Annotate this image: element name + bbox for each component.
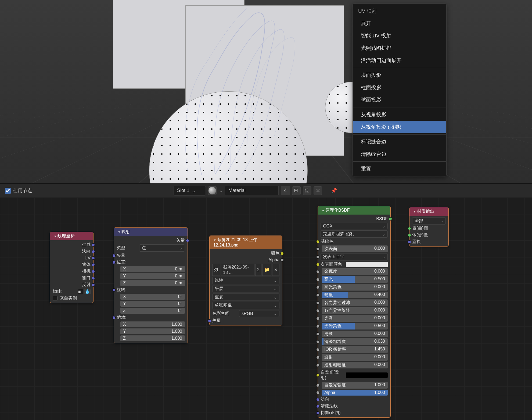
node-image-texture[interactable]: 截屏2021-09-13 上午12.24.13.png 颜色 Alpha 🖼 截… [209, 236, 282, 325]
node-title[interactable]: 原理化BSDF [318, 206, 390, 215]
eyedropper-button[interactable]: 💧 [84, 289, 91, 294]
material-preview-button[interactable] [208, 186, 217, 195]
xyz-field[interactable]: Z0 m [120, 280, 185, 286]
prop-slider[interactable]: 高光0.500 [322, 276, 388, 283]
menu-item[interactable]: 从视角投影 (限界) [353, 121, 446, 133]
prop-select[interactable]: 次表面半径 [321, 253, 388, 260]
from-instancer-checkbox[interactable] [53, 296, 57, 301]
prop-slider[interactable]: 透射0.000 [322, 354, 388, 361]
prop-slider[interactable]: 光泽染色0.500 [322, 323, 388, 330]
node-texture-coordinate[interactable]: 纹理坐标 生成法向UV物体相机窗口反射物体:■💧来自实例 [50, 232, 94, 303]
menu-separator [353, 161, 446, 162]
xyz-field[interactable]: Z0° [120, 308, 185, 314]
input-透射: 透射0.000 [318, 353, 390, 361]
input-自发光强度: 自发光强度1.000 [318, 381, 390, 389]
menu-item[interactable]: 重置 [353, 163, 446, 175]
prop-slider[interactable]: 各向异性过滤0.000 [322, 299, 388, 306]
menu-item[interactable]: 柱面投影 [353, 81, 446, 94]
menu-item[interactable]: 光照贴图拼排 [353, 42, 446, 54]
viewport-3d[interactable] [0, 0, 532, 183]
node-editor[interactable]: 纹理坐标 生成法向UV物体相机窗口反射物体:■💧来自实例 映射 矢量 类型:点 … [0, 197, 532, 420]
xyz-field[interactable]: X0° [120, 294, 185, 300]
xyz-field[interactable]: X1.000 [120, 321, 185, 327]
output-反射: 反射 [50, 281, 93, 288]
xyz-field[interactable]: Y1.000 [120, 328, 185, 334]
type-label: 类型: [117, 245, 126, 251]
output-相机: 相机 [50, 268, 93, 275]
material-users[interactable]: 4 [281, 186, 290, 195]
xyz-field[interactable]: Y0° [120, 301, 185, 307]
prop-slider[interactable]: IOR 折射率1.450 [322, 346, 388, 353]
prop-slider[interactable]: 次表面0.000 [322, 245, 388, 252]
source-select[interactable]: 单张图像 [212, 302, 279, 309]
xyz-field[interactable]: Y0 m [120, 273, 185, 279]
node-title[interactable]: 材质输出 [409, 207, 448, 216]
menu-item[interactable]: 从视角投影 [353, 108, 446, 121]
shader-editor-header: 使用节点 Slot 1⌄ ⌄ Material 4 ⛨ ⿻ ✕ 📌 [0, 183, 532, 197]
material-name-field[interactable]: Material [225, 186, 279, 195]
color-swatch[interactable] [346, 262, 388, 267]
menu-item[interactable]: 块面投影 [353, 69, 446, 81]
node-title[interactable]: 纹理坐标 [50, 232, 93, 240]
xyz-field[interactable]: X0 m [120, 266, 185, 272]
output-物体: 物体 [50, 261, 93, 268]
uv-mapping-menu: UV 映射 展开智能 UV 投射光照贴图拼排沿活动四边面展开块面投影柱面投影球面… [353, 3, 447, 176]
input-次表面颜色: 次表面颜色 [318, 261, 390, 268]
prop-slider[interactable]: 金属度0.000 [322, 268, 388, 275]
xyz-field[interactable]: Z1.000 [120, 335, 185, 341]
pin-button[interactable]: 📌 [330, 186, 338, 195]
prop-slider[interactable]: 透射粗糙度0.000 [322, 362, 388, 368]
colorspace-label: 色彩空间 [212, 311, 229, 316]
color-swatch[interactable] [346, 372, 388, 378]
smoke-effect [161, 0, 328, 175]
mapping-type-select[interactable]: 点 [139, 244, 185, 252]
input-表(曲)面: 表(曲)面 [409, 225, 448, 232]
menu-item[interactable]: 球面投影 [353, 94, 446, 106]
interpolation-select[interactable]: 线性 [212, 277, 279, 284]
prop-slider[interactable]: 光泽0.000 [322, 315, 388, 322]
use-nodes-input[interactable] [5, 188, 11, 194]
menu-item[interactable]: 清除缝合边 [353, 148, 446, 160]
prop-slider[interactable]: Alpha1.000 [322, 390, 388, 396]
prop-slider[interactable]: 糙度0.400 [322, 292, 388, 298]
input-高光: 高光0.500 [318, 276, 390, 283]
image-browser[interactable]: 🖼 截屏2021-09-13 ... 2 📁 ✕ [212, 264, 279, 276]
input-scale: 缩放: [114, 314, 188, 321]
extension-select[interactable]: 重复 [212, 294, 279, 301]
menu-item[interactable]: 智能 UV 投射 [353, 30, 446, 42]
menu-item[interactable]: 沿活动四边面展开 [353, 54, 446, 67]
slot-label: Slot 1 [177, 188, 189, 193]
prop-slider[interactable]: 自发光强度1.000 [322, 382, 388, 389]
input-光泽染色: 光泽染色0.500 [318, 322, 390, 330]
input-vector: 矢量 [114, 252, 188, 259]
input-基础色: 基础色 [318, 238, 390, 245]
output-UV: UV [50, 255, 93, 261]
input-高光染色: 高光染色0.000 [318, 283, 390, 291]
unlink-button[interactable]: ✕ [314, 186, 322, 195]
new-material-button[interactable]: ⿻ [303, 186, 311, 195]
prop-slider[interactable]: 各向异性旋转0.000 [322, 307, 388, 314]
node-title[interactable]: 映射 [114, 228, 188, 236]
output-法向: 法向 [50, 248, 93, 255]
sss-method-select[interactable]: 克里斯坦森-伯利 [321, 230, 388, 238]
use-nodes-checkbox[interactable]: 使用节点 [3, 186, 34, 195]
node-mapping[interactable]: 映射 矢量 类型:点 矢量 位置: X0 mY0 mZ0 m 旋转: X0°Y0… [114, 227, 188, 343]
slot-dropdown[interactable]: Slot 1⌄ [174, 186, 206, 195]
distribution-select[interactable]: GGX [321, 223, 388, 229]
node-title[interactable]: 截屏2021-09-13 上午12.24.13.png [210, 236, 282, 249]
prop-slider[interactable]: 清漆粗糙度0.030 [322, 338, 388, 345]
object-field[interactable]: ■ [78, 289, 83, 294]
fake-user-button[interactable]: ⛨ [292, 186, 301, 195]
menu-item[interactable]: 展开 [353, 17, 446, 30]
node-principled-bsdf[interactable]: 原理化BSDF BSDF GGX 克里斯坦森-伯利 基础色次表面0.000次表面… [318, 206, 391, 418]
projection-select[interactable]: 平展 [212, 285, 279, 292]
prop-slider[interactable]: 清漆0.000 [322, 331, 388, 337]
target-select[interactable]: 全部 [412, 217, 446, 225]
prop-slider[interactable]: 高光染色0.000 [322, 284, 388, 291]
input-体(音)量: 体(音)量 [409, 232, 448, 238]
input-location: 位置: [114, 259, 188, 266]
menu-item[interactable]: 标记缝合边 [353, 136, 446, 148]
node-material-output[interactable]: 材质输出 全部 表(曲)面体(音)量置换 [409, 207, 449, 247]
colorspace-select[interactable]: sRGB [239, 310, 279, 317]
input-vector: 矢量 [210, 317, 282, 324]
